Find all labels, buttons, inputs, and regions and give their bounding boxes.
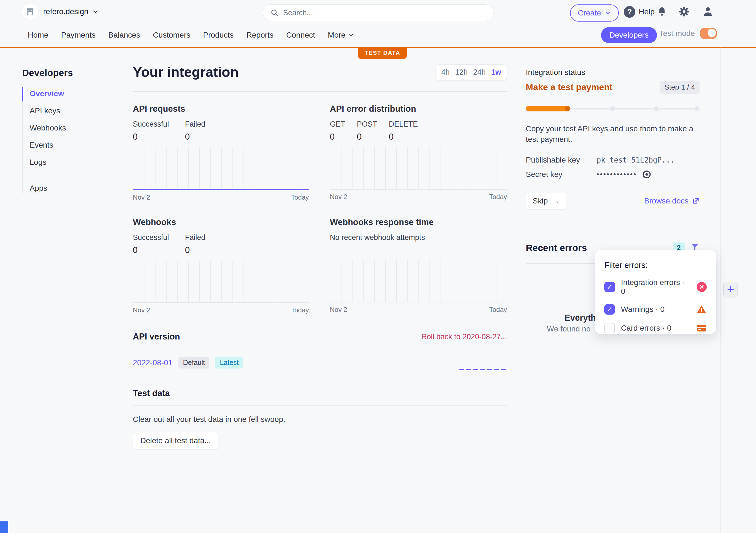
external-link-icon: [692, 197, 700, 205]
person-icon: [702, 6, 714, 17]
empty-state-text: We found no: [547, 324, 590, 333]
error-circle-icon: [697, 282, 707, 292]
empty-state-title: Everyth: [564, 313, 596, 323]
axis-end: Today: [291, 193, 309, 201]
nav-item-home[interactable]: Home: [28, 31, 48, 39]
sidebar-item-api-keys[interactable]: API keys: [30, 106, 116, 115]
integration-progress-bar: [526, 106, 700, 112]
warnings-checkbox[interactable]: [604, 304, 615, 315]
nav-item-products[interactable]: Products: [203, 31, 234, 39]
eye-icon[interactable]: [642, 169, 652, 179]
divider: [133, 405, 507, 406]
test-data-description: Clear out all your test data in one fell…: [133, 415, 507, 424]
sidebar-item-logs[interactable]: Logs: [30, 158, 116, 167]
publishable-key-value[interactable]: pk_test_51L2bgP...: [597, 156, 675, 164]
axis-start: Nov 2: [330, 306, 347, 314]
test-data-badge: TEST DATA: [358, 47, 407, 59]
filter-errors-popup: Filter errors: Integration errors · 0 Wa…: [595, 250, 716, 334]
filter-row-integration-errors: Integration errors · 0: [604, 278, 707, 296]
axis-end: Today: [489, 306, 507, 314]
axis-end: Today: [291, 306, 309, 314]
rollback-link[interactable]: Roll back to 2020-08-27...: [421, 333, 507, 341]
integration-status-panel: Integration status Make a test payment S…: [526, 68, 700, 264]
search-input[interactable]: Search...: [263, 4, 494, 21]
gear-icon: [679, 6, 689, 17]
stat-value: 0: [185, 132, 205, 142]
browse-docs-link[interactable]: Browse docs: [644, 196, 700, 205]
developers-dashboard: refero.design Search... Create ? Help: [0, 0, 756, 533]
card-title: API requests: [133, 104, 309, 114]
search-icon: [270, 9, 279, 17]
webhooks-card: Webhooks Successful 0 Failed 0 Nov 2 Tod…: [133, 217, 309, 314]
stat-value: 0: [133, 132, 169, 142]
stat-label: Successful: [133, 120, 169, 129]
section-title: API version: [133, 332, 180, 342]
stat-label: Failed: [185, 120, 205, 129]
nav-item-payments[interactable]: Payments: [61, 31, 96, 39]
profile-button[interactable]: [702, 6, 714, 17]
stat-value: 0: [185, 245, 205, 255]
main-content: Your integration 4h 12h 24h 1w API reque…: [133, 64, 507, 449]
divider: [526, 263, 596, 264]
popup-title: Filter errors:: [604, 261, 707, 270]
filter-row-warnings: Warnings · 0: [604, 304, 707, 315]
card-title: API error distribution: [330, 104, 507, 114]
sidebar-item-overview[interactable]: Overview: [30, 89, 116, 98]
redacted-dashes: [459, 369, 507, 370]
api-requests-card: API requests Successful 0 Failed 0 Nov 2…: [133, 104, 309, 201]
api-version-link[interactable]: 2022-08-01: [133, 358, 173, 367]
nav-item-reports[interactable]: Reports: [246, 31, 273, 39]
settings-button[interactable]: [679, 6, 689, 17]
sidebar-item-webhooks[interactable]: Webhooks: [30, 124, 116, 132]
developers-sidebar: Developers Overview API keys Webhooks Ev…: [22, 67, 116, 201]
axis-start: Nov 2: [133, 193, 150, 201]
integration-errors-checkbox[interactable]: [604, 282, 615, 292]
nav-item-balances[interactable]: Balances: [108, 31, 140, 39]
webhooks-chart: [133, 261, 309, 303]
axis-start: Nov 2: [330, 193, 347, 201]
sidebar-item-events[interactable]: Events: [30, 141, 116, 150]
nav-item-more[interactable]: More: [328, 31, 355, 39]
nav-item-connect[interactable]: Connect: [286, 31, 315, 39]
step-title: Make a test payment: [526, 82, 612, 92]
card-title: Webhooks response time: [330, 217, 507, 227]
stat-value: 0: [357, 132, 377, 142]
developers-nav-pill[interactable]: Developers: [601, 27, 657, 43]
recent-errors-title: Recent errors: [526, 242, 587, 253]
nav-item-customers[interactable]: Customers: [153, 31, 190, 39]
help-button[interactable]: ? Help: [624, 6, 655, 18]
range-12h[interactable]: 12h: [455, 68, 468, 77]
stat-value: 0: [389, 132, 418, 142]
stat-value: 0: [330, 132, 345, 142]
step-badge: Step 1 / 4: [660, 81, 700, 94]
notifications-button[interactable]: [656, 6, 667, 17]
integration-status-label: Integration status: [526, 68, 700, 77]
skip-button[interactable]: Skip: [526, 193, 566, 209]
step-description: Copy your test API keys and use them to …: [526, 124, 697, 144]
test-mode-control: Test mode: [659, 28, 717, 39]
account-name: refero.design: [43, 7, 88, 16]
range-4h[interactable]: 4h: [441, 68, 450, 77]
add-button[interactable]: [723, 282, 738, 297]
arrow-right-icon: [552, 196, 559, 205]
api-version-section: API version Roll back to 2020-08-27... 2…: [133, 332, 507, 368]
create-button[interactable]: Create: [570, 4, 619, 22]
chevron-down-icon: [348, 32, 354, 38]
range-24h[interactable]: 24h: [473, 68, 486, 77]
account-switcher[interactable]: refero.design: [43, 7, 99, 16]
default-badge: Default: [178, 357, 209, 368]
latest-badge: Latest: [215, 357, 243, 368]
axis-end: Today: [489, 193, 507, 201]
filter-row-card-errors: Card errors · 0: [604, 323, 707, 333]
secret-key-value: ••••••••••••: [597, 170, 637, 179]
chevron-down-icon: [605, 10, 611, 16]
sidebar-item-apps[interactable]: Apps: [30, 184, 116, 193]
content-edge-divider: [720, 48, 720, 533]
card-icon: [696, 323, 707, 333]
delete-test-data-button[interactable]: Delete all test data...: [133, 432, 218, 449]
main-nav: Home Payments Balances Customers Product…: [0, 24, 756, 48]
card-errors-checkbox[interactable]: [604, 323, 615, 333]
stat-label: Successful: [133, 233, 169, 242]
range-1w[interactable]: 1w: [491, 68, 501, 77]
test-mode-toggle[interactable]: [700, 28, 717, 39]
